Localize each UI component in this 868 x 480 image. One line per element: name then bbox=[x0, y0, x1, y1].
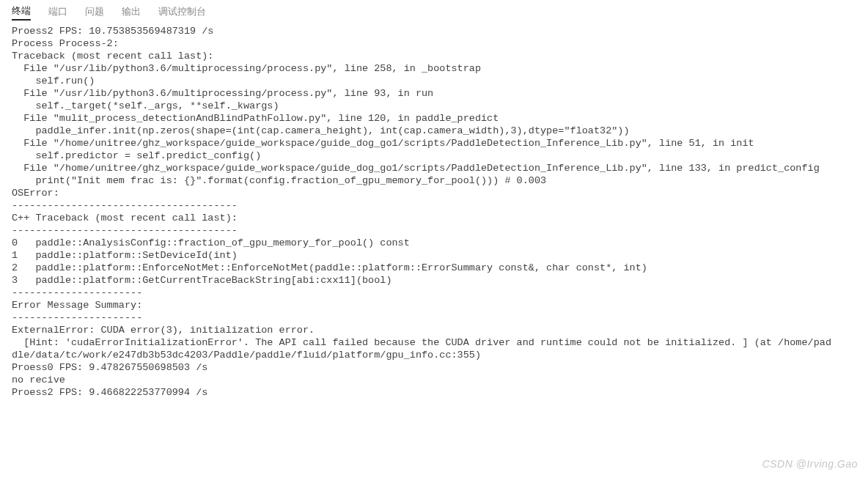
tab-terminal[interactable]: 终端 bbox=[12, 3, 31, 21]
terminal-line: File "/usr/lib/python3.6/multiprocessing… bbox=[12, 62, 856, 75]
terminal-line: [Hint: 'cudaErrorInitializationError'. T… bbox=[12, 336, 856, 349]
terminal-line: -------------------------------------- bbox=[12, 199, 856, 212]
terminal-line: File "/home/unitree/ghz_workspace/guide_… bbox=[12, 162, 856, 174]
tab-debug-console[interactable]: 调试控制台 bbox=[158, 4, 206, 20]
terminal-line: ---------------------- bbox=[12, 311, 856, 324]
terminal-line: Error Message Summary: bbox=[12, 299, 856, 311]
watermark: CSDN @Irving.Gao bbox=[762, 458, 858, 470]
terminal-line: dle/data/tc/work/e247db3b53dc4203/Paddle… bbox=[12, 349, 856, 361]
terminal-line: C++ Traceback (most recent call last): bbox=[12, 212, 856, 224]
terminal-line: 1 paddle::platform::SetDeviceId(int) bbox=[12, 249, 856, 262]
terminal-line: -------------------------------------- bbox=[12, 224, 856, 237]
terminal-line: 0 paddle::AnalysisConfig::fraction_of_gp… bbox=[12, 237, 856, 249]
terminal-line: Process Process-2: bbox=[12, 37, 856, 50]
terminal-line: File "mulit_process_detectionAndBlindPat… bbox=[12, 112, 856, 125]
terminal-output[interactable]: Proess2 FPS: 10.753853569487319 /sProces… bbox=[0, 21, 868, 403]
terminal-line: Traceback (most recent call last): bbox=[12, 50, 856, 62]
terminal-line: Proess0 FPS: 9.478267550698503 /s bbox=[12, 361, 856, 374]
terminal-line: 3 paddle::platform::GetCurrentTraceBackS… bbox=[12, 274, 856, 287]
panel-tabbar: 终端 端口 问题 输出 调试控制台 bbox=[0, 0, 868, 21]
terminal-line: 2 paddle::platform::EnforceNotMet::Enfor… bbox=[12, 262, 856, 274]
terminal-line: Proess2 FPS: 10.753853569487319 /s bbox=[12, 25, 856, 37]
terminal-line: print("Init mem frac is: {}".format(conf… bbox=[12, 174, 856, 187]
terminal-line: self.predictor = self.predict_config() bbox=[12, 149, 856, 162]
terminal-line: no recive bbox=[12, 374, 856, 386]
terminal-line: ExternalError: CUDA error(3), initializa… bbox=[12, 324, 856, 336]
tab-problems[interactable]: 问题 bbox=[85, 4, 104, 20]
terminal-line: paddle_infer.init(np.zeros(shape=(int(ca… bbox=[12, 125, 856, 137]
terminal-line: File "/home/unitree/ghz_workspace/guide_… bbox=[12, 137, 856, 149]
tab-ports[interactable]: 端口 bbox=[48, 4, 67, 20]
terminal-line: self.run() bbox=[12, 75, 856, 87]
terminal-line: File "/usr/lib/python3.6/multiprocessing… bbox=[12, 87, 856, 100]
terminal-line: OSError: bbox=[12, 187, 856, 199]
terminal-line: self._target(*self._args, **self._kwargs… bbox=[12, 100, 856, 112]
tab-output[interactable]: 输出 bbox=[122, 4, 141, 20]
terminal-line: Proess2 FPS: 9.466822253770994 /s bbox=[12, 386, 856, 399]
terminal-line: ---------------------- bbox=[12, 287, 856, 299]
